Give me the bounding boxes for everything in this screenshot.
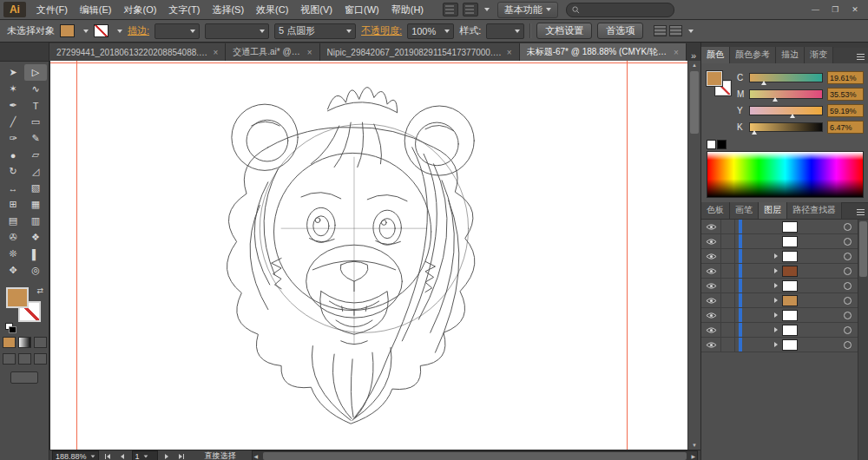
visibility-eye-icon[interactable]	[701, 323, 721, 337]
canvas-horizontal-scrollbar[interactable]: ◀ ▶	[252, 450, 698, 460]
layer-row[interactable]	[701, 234, 858, 249]
lock-toggle-cell[interactable]	[721, 338, 735, 352]
scrollbar-thumb[interactable]	[690, 71, 699, 134]
arrange-caret-icon[interactable]	[484, 8, 490, 11]
pencil-tool[interactable]: ✎	[24, 130, 47, 147]
visibility-eye-icon[interactable]	[701, 220, 721, 233]
scroll-down-icon[interactable]: ▼	[688, 441, 700, 450]
stroke-caret-icon[interactable]	[117, 30, 122, 33]
layer-thumbnail[interactable]	[782, 310, 798, 321]
eraser-tool[interactable]: ▱	[24, 147, 47, 163]
lock-toggle-cell[interactable]	[721, 293, 735, 307]
layer-thumbnail[interactable]	[782, 280, 798, 292]
brush-definition-dropdown[interactable]: 5 点圆形	[274, 23, 356, 39]
lock-toggle-cell[interactable]	[721, 220, 735, 233]
layer-thumbnail[interactable]	[782, 251, 798, 262]
chevron-down-icon[interactable]	[688, 30, 694, 33]
first-artboard-button[interactable]	[102, 451, 114, 460]
draw-behind-button[interactable]	[18, 353, 31, 365]
swap-fill-stroke-icon[interactable]: ⇄	[36, 286, 43, 295]
dock-expand-chevron-icon[interactable]: »	[687, 50, 700, 61]
stroke-swatch[interactable]	[94, 24, 108, 37]
menu-item[interactable]: 视图(V)	[294, 2, 339, 18]
canvas-vertical-scrollbar[interactable]: ▲ ▼	[687, 61, 700, 450]
eyedropper-tool[interactable]: ✇	[2, 229, 24, 246]
menu-item[interactable]: 效果(C)	[250, 2, 294, 18]
symbol-sprayer-tool[interactable]: ❊	[2, 246, 24, 262]
hand-tool[interactable]: ✥	[2, 262, 24, 279]
channel-value-field[interactable]: 6.47%	[827, 121, 864, 134]
menu-item[interactable]: 文件(F)	[30, 2, 74, 18]
screen-mode-button[interactable]	[10, 371, 38, 384]
gradient-mode-button[interactable]	[18, 337, 31, 348]
lasso-tool[interactable]: ∿	[24, 81, 47, 97]
bridge-icon[interactable]	[443, 3, 458, 16]
color-mode-button[interactable]	[3, 337, 16, 348]
expand-arrow-icon[interactable]	[770, 312, 782, 318]
left-guide[interactable]	[76, 61, 77, 450]
preferences-button[interactable]: 首选项	[597, 23, 643, 39]
menu-item[interactable]: 对象(O)	[117, 2, 162, 18]
blend-tool[interactable]: ❖	[24, 229, 47, 246]
layer-row[interactable]	[701, 220, 858, 234]
layers-scrollbar[interactable]	[858, 220, 868, 460]
layer-thumbnail[interactable]	[782, 325, 798, 336]
line-segment-tool[interactable]: ╱	[2, 114, 24, 130]
channel-value-field[interactable]: 19.61%	[827, 71, 864, 84]
opacity-field[interactable]: 100%	[407, 23, 454, 39]
draw-normal-button[interactable]	[3, 353, 16, 365]
channel-slider[interactable]	[749, 89, 823, 99]
zoom-tool[interactable]: ◎	[24, 262, 47, 279]
layers-tab-2[interactable]: 图层	[759, 202, 787, 219]
selection-tool[interactable]: ➤	[2, 64, 24, 81]
target-circle-icon[interactable]	[844, 238, 852, 246]
visibility-eye-icon[interactable]	[701, 293, 721, 307]
scroll-left-icon[interactable]: ◀	[254, 453, 259, 459]
visibility-eye-icon[interactable]	[701, 234, 721, 248]
zoom-field[interactable]: 188.88%	[52, 450, 99, 460]
slider-thumb-icon[interactable]	[752, 130, 757, 135]
scroll-up-icon[interactable]: ▲	[688, 61, 700, 69]
expand-arrow-icon[interactable]	[770, 327, 782, 332]
visibility-eye-icon[interactable]	[701, 308, 721, 322]
default-fill-stroke-icon[interactable]	[5, 323, 16, 332]
lock-toggle-cell[interactable]	[721, 279, 735, 292]
slider-thumb-icon[interactable]	[790, 114, 795, 118]
layers-tab-3[interactable]: 路径查找器	[787, 202, 842, 219]
panel-menu-icon[interactable]	[857, 54, 865, 60]
menu-item[interactable]: 帮助(H)	[385, 2, 430, 18]
tab-close-icon[interactable]: ×	[213, 48, 218, 57]
arrange-documents-icon[interactable]	[463, 3, 478, 16]
last-artboard-button[interactable]	[176, 451, 187, 460]
channel-slider[interactable]	[749, 106, 823, 115]
tab-close-icon[interactable]: ×	[307, 48, 312, 57]
channel-value-field[interactable]: 35.53%	[827, 88, 864, 101]
document-tab[interactable]: 27299441_20180613220208854088.ai*×	[49, 43, 226, 61]
opacity-link[interactable]: 不透明度:	[361, 24, 402, 37]
layer-row[interactable]	[701, 264, 858, 279]
document-tab[interactable]: 交通工具.ai* @ …×	[226, 43, 319, 61]
style-dropdown[interactable]	[486, 23, 524, 39]
black-swatch[interactable]	[717, 140, 727, 149]
color-tab-3[interactable]: 渐变	[805, 47, 833, 63]
target-circle-icon[interactable]	[844, 297, 852, 305]
magic-wand-tool[interactable]: ✶	[2, 81, 24, 97]
color-spectrum-bar[interactable]	[707, 151, 864, 198]
visibility-eye-icon[interactable]	[701, 279, 721, 292]
align-icon[interactable]	[654, 25, 667, 36]
color-tab-0[interactable]: 颜色	[701, 47, 730, 63]
direct-selection-tool[interactable]: ▷	[24, 64, 47, 81]
layer-thumbnail[interactable]	[782, 339, 798, 351]
draw-inside-button[interactable]	[34, 353, 47, 365]
artboard-field[interactable]: 1	[132, 450, 158, 460]
mesh-tool[interactable]: ▤	[2, 213, 24, 229]
scrollbar-thumb[interactable]	[263, 452, 687, 460]
menu-item[interactable]: 窗口(W)	[339, 2, 385, 18]
target-circle-icon[interactable]	[844, 326, 852, 334]
gradient-tool[interactable]: ▥	[24, 213, 47, 229]
column-graph-tool[interactable]: ▌	[24, 246, 47, 262]
document-setup-button[interactable]: 文档设置	[536, 23, 592, 39]
expand-arrow-icon[interactable]	[770, 298, 782, 303]
layer-thumbnail[interactable]	[782, 221, 798, 233]
layer-row[interactable]	[701, 323, 858, 338]
